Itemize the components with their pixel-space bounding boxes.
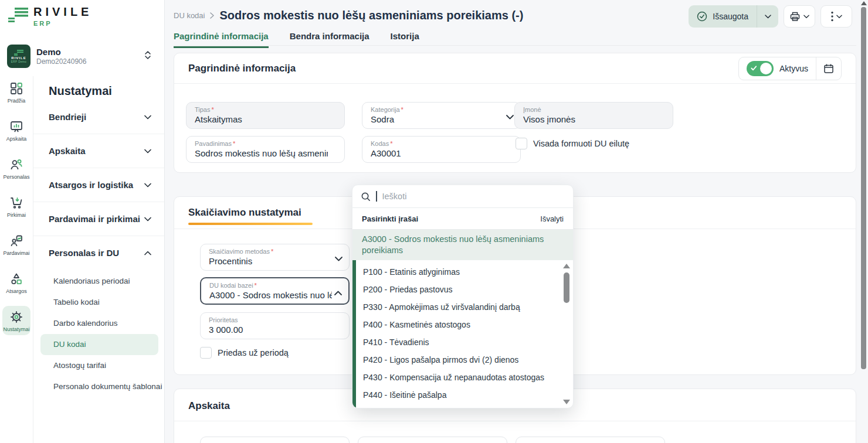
- rail-item-apskaita[interactable]: Apskaita: [2, 115, 30, 145]
- field-label: Įmonė: [523, 106, 541, 113]
- brand-name: RIVILE: [33, 6, 92, 18]
- chevron-down-icon: [144, 115, 151, 120]
- selected-item[interactable]: A3000 - Sodros mokestis nuo lėšų asmenin…: [352, 230, 573, 260]
- company-switch-icon[interactable]: [144, 50, 151, 62]
- rail-item-label: Apskaita: [6, 136, 27, 142]
- selected-entries-header: Pasirinkti įrašai: [362, 214, 418, 223]
- menu-section-bendrieji[interactable]: Bendrieji: [33, 100, 164, 134]
- company-name: Demo: [36, 47, 86, 57]
- scroll-thumb[interactable]: [861, 7, 866, 369]
- menu-item-personalo-dokumentu-sablonai[interactable]: Personalo dokumentų šablonai: [33, 376, 164, 397]
- menu-item-kalendoriaus-periodai[interactable]: Kalendoriaus periodai: [33, 271, 164, 292]
- calendar-button[interactable]: [816, 63, 841, 74]
- menu-section-label: Pardavimai ir pirkimai: [49, 214, 140, 224]
- field-value: A30001: [371, 148, 504, 158]
- chevron-down-icon: [765, 15, 771, 19]
- rail-item-label: Pradžia: [8, 98, 26, 104]
- menu-item-du-kodai[interactable]: DU kodai: [40, 334, 158, 355]
- menu-item-tabelio-kodai[interactable]: Tabelio kodai: [33, 292, 164, 313]
- gear-icon: [9, 310, 23, 324]
- list-item[interactable]: P420 - Ligos pašalpa pirmos dvi (2) dien…: [352, 351, 573, 369]
- field-pavadinimas[interactable]: Pavadinimas* Sodros mokestis nuo lėšų as…: [186, 136, 345, 163]
- active-toggle: Aktyvus: [738, 57, 842, 80]
- print-button[interactable]: [784, 5, 815, 28]
- scroll-down-arrow[interactable]: [563, 400, 570, 404]
- printer-icon: [789, 11, 801, 22]
- rail-item-pardavimai[interactable]: Pardavimai: [2, 230, 30, 259]
- more-button[interactable]: [820, 5, 852, 28]
- settings-menu: Nustatymai Bendrieji Apskaita Atsargos i…: [33, 76, 164, 443]
- required-marker: *: [271, 248, 273, 255]
- scroll-thumb[interactable]: [564, 272, 569, 303]
- menu-item-atostogu-tarifai[interactable]: Atostogų tarifai: [33, 355, 164, 376]
- menu-section-personalas-ir-du[interactable]: Personalas ir DU: [33, 236, 164, 270]
- checkbox-visada-formuoti[interactable]: Visada formuoti DU eilutę: [516, 138, 629, 149]
- field-accounting-3[interactable]: [516, 437, 665, 443]
- menu-title: Nustatymai: [49, 84, 164, 98]
- breadcrumb-chevron-icon: [210, 12, 214, 19]
- field-label: Prioritetas: [209, 316, 238, 323]
- checkbox-label: Priedas už periodą: [218, 348, 289, 357]
- search-input[interactable]: [382, 192, 565, 201]
- field-prioritetas[interactable]: Prioritetas 3 000.00: [200, 312, 350, 339]
- left-column: RIVILE ERP RIVILE ERP Demo Demo Demo2024…: [0, 0, 165, 443]
- field-imone[interactable]: Įmonė Visos įmonės: [514, 102, 673, 129]
- menu-section-label: Atsargos ir logistika: [49, 180, 133, 190]
- field-du-kodai-bazei[interactable]: DU kodai bazei* A3000 - Sodros mokestis …: [200, 277, 350, 305]
- menu-section-pardavimai-ir-pirkimai[interactable]: Pardavimai ir pirkimai: [33, 202, 164, 236]
- app-logo: RIVILE ERP: [8, 6, 92, 27]
- chevron-down-icon: [144, 183, 151, 188]
- field-skaiciavimo-metodas[interactable]: Skaičiavimo metodas* Procentinis: [200, 244, 350, 271]
- text-caret: [376, 191, 377, 202]
- main-area: DU kodai Sodros mokestis nuo lėšų asmeni…: [165, 0, 868, 443]
- rail-item-pirkimai[interactable]: Pirkimai: [2, 192, 30, 221]
- scroll-up-arrow[interactable]: [861, 1, 867, 5]
- list-item[interactable]: P400 - Kasmetinės atostogos: [352, 316, 573, 333]
- chevron-up-icon: [334, 287, 342, 298]
- checkbox-priedas[interactable]: Priedas už periodą: [200, 347, 289, 359]
- panel-title: Skaičiavimo nustatymai: [188, 207, 301, 218]
- required-marker: *: [233, 140, 235, 147]
- saved-button[interactable]: Išsaugota: [689, 5, 778, 28]
- chevron-down-icon: [506, 111, 514, 122]
- field-label: Skaičiavimo metodas: [209, 248, 270, 255]
- saved-button-label: Išsaugota: [713, 12, 748, 21]
- search-icon: [361, 192, 371, 202]
- page-scrollbar[interactable]: [861, 0, 867, 443]
- menu-subitems: Kalendoriaus periodai Tabelio kodai Darb…: [33, 270, 164, 397]
- toggle-switch[interactable]: [747, 61, 774, 76]
- shapes-icon: [9, 272, 23, 286]
- menu-section-apskaita[interactable]: Apskaita: [33, 134, 164, 168]
- list-item[interactable]: P410 - Tėvadienis: [352, 333, 573, 351]
- field-tipas[interactable]: Tipas* Atskaitymas: [186, 102, 345, 129]
- menu-item-darbo-kalendorius[interactable]: Darbo kalendorius: [33, 313, 164, 334]
- rail-item-label: Pardavimai: [3, 250, 29, 256]
- brand-sub: ERP: [33, 20, 92, 27]
- field-label: Kategorija: [371, 106, 400, 113]
- list-item[interactable]: P330 - Apmokėjimas už viršvalandinį darb…: [352, 298, 573, 316]
- clear-button[interactable]: Išvalyti: [540, 214, 564, 223]
- list-item[interactable]: P440 - Išeitinė pašalpa: [352, 386, 573, 404]
- breadcrumb-du-kodai[interactable]: DU kodai: [174, 11, 205, 20]
- list-item[interactable]: P200 - Priedas pastovus: [352, 281, 573, 298]
- dropdown-scrollbar[interactable]: [563, 264, 570, 404]
- company-selector[interactable]: RIVILE ERP Demo Demo Demo20240906: [7, 41, 157, 71]
- chevron-down-icon: [144, 149, 151, 154]
- company-logo-sub: ERP Demo: [11, 60, 26, 63]
- field-kodas[interactable]: Kodas* A30001: [362, 136, 521, 163]
- rail-item-pradzia[interactable]: Pradžia: [2, 77, 30, 107]
- dropdown-search[interactable]: [352, 185, 573, 208]
- menu-section-atsargos-ir-logistika[interactable]: Atsargos ir logistika: [33, 168, 164, 202]
- required-marker: *: [212, 106, 214, 113]
- list-item[interactable]: P430 - Kompensacija už nepanaudotas atos…: [352, 369, 573, 386]
- list-item[interactable]: P100 - Etatinis atlyginimas: [352, 263, 573, 281]
- field-accounting-2[interactable]: [358, 437, 507, 443]
- scroll-up-arrow[interactable]: [563, 264, 570, 268]
- field-accounting-1[interactable]: [200, 437, 350, 443]
- saved-button-chevron[interactable]: [757, 15, 778, 19]
- rail-item-nustatymai[interactable]: Nustatymai: [2, 306, 30, 335]
- field-kategorija[interactable]: Kategorija* Sodra: [362, 102, 521, 129]
- rail-item-personalas[interactable]: Personalas: [2, 154, 30, 183]
- checkbox-box: [516, 138, 527, 149]
- rail-item-atsargos[interactable]: Atsargos: [2, 268, 30, 297]
